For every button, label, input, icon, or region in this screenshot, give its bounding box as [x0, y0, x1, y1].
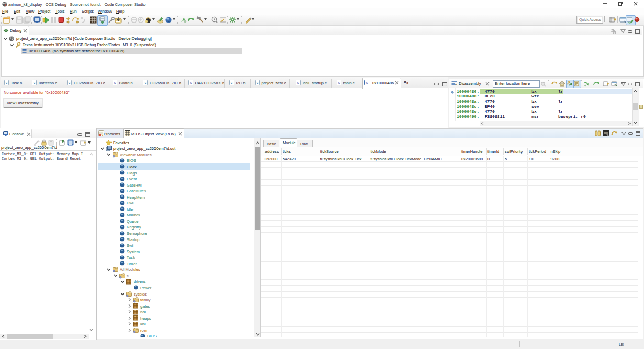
svg-text:c: c [257, 81, 259, 84]
svg-text:c: c [190, 81, 192, 84]
svg-text:c: c [6, 81, 8, 84]
svg-text:c: c [338, 81, 340, 84]
svg-text:c: c [114, 81, 116, 84]
svg-text:c: c [231, 81, 233, 84]
svg-text:c: c [34, 81, 36, 84]
svg-text:c: c [297, 81, 299, 84]
svg-text:c: c [69, 81, 71, 84]
svg-text:c: c [144, 81, 146, 84]
svg-text:c: c [366, 81, 368, 84]
